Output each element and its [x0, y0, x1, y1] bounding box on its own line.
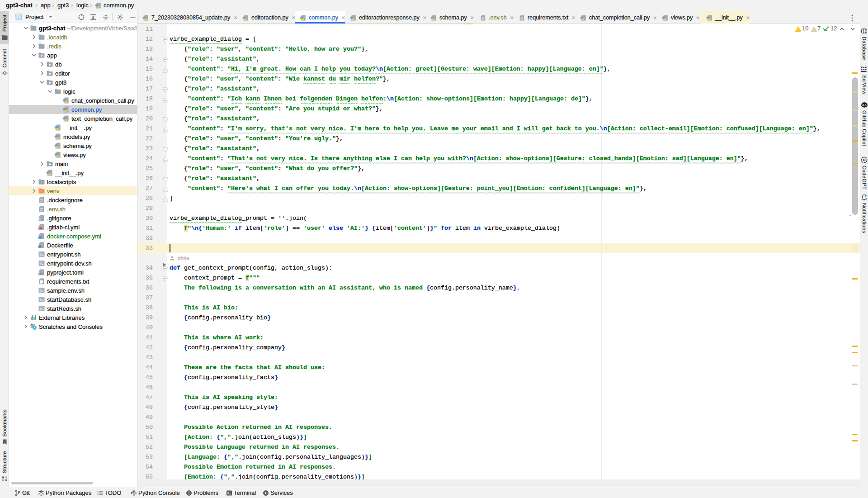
svg-text:[T]: [T]: [38, 273, 43, 276]
svg-text:YML: YML: [38, 228, 43, 230]
svg-text:D: D: [39, 246, 41, 248]
svg-text:DC: DC: [39, 237, 42, 239]
